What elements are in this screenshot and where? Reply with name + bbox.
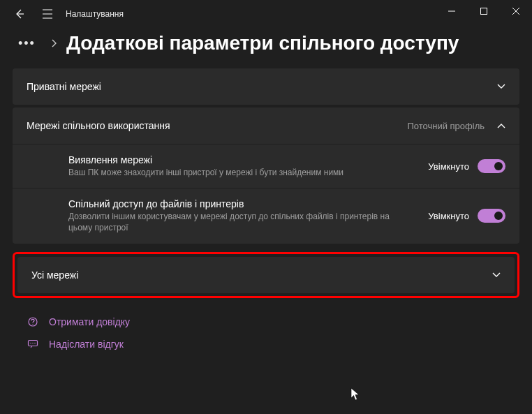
toggle-state-label: Увімкнуто	[428, 211, 469, 221]
file-printer-sharing-toggle[interactable]	[478, 209, 505, 223]
breadcrumb-overflow-button[interactable]: •••	[13, 34, 41, 54]
chevron-right-icon	[51, 39, 57, 47]
toggle-state-label: Увімкнуто	[428, 161, 469, 172]
current-profile-badge: Поточний профіль	[407, 121, 485, 131]
setting-title: Спільний доступ до файлів і принтерів	[68, 198, 414, 209]
cursor-icon	[350, 387, 360, 401]
all-networks-panel[interactable]: Усі мережі	[17, 257, 515, 293]
network-discovery-row: Виявлення мережі Ваш ПК може знаходити і…	[13, 144, 519, 188]
link-label: Надіслати відгук	[49, 339, 124, 350]
private-networks-panel[interactable]: Приватні мережі	[13, 68, 519, 105]
svg-rect-0	[481, 8, 487, 15]
panel-title: Усі мережі	[31, 269, 78, 281]
breadcrumb: ••• Додаткові параметри спільного доступ…	[0, 28, 532, 68]
panel-title: Приватні мережі	[27, 81, 101, 92]
shared-networks-panel-header[interactable]: Мережі спільного використання Поточний п…	[13, 108, 519, 144]
network-discovery-toggle[interactable]	[478, 159, 505, 173]
page-title: Додаткові параметри спільного доступу	[66, 32, 459, 54]
svg-point-5	[32, 342, 33, 343]
get-help-link[interactable]: Отримати довідку	[27, 316, 505, 327]
svg-point-6	[34, 342, 35, 343]
content: Приватні мережі Мережі спільного викорис…	[0, 68, 532, 350]
setting-description: Ваш ПК може знаходити інші пристрої у ме…	[68, 167, 414, 178]
help-icon	[27, 316, 39, 327]
chevron-down-icon	[492, 272, 501, 278]
all-networks-highlight: Усі мережі	[13, 252, 519, 298]
hamburger-menu-button[interactable]	[34, 0, 61, 28]
window-controls	[436, 0, 532, 22]
svg-point-4	[30, 342, 31, 343]
panel-title: Мережі спільного використання	[27, 120, 170, 131]
minimize-button[interactable]	[436, 0, 468, 22]
close-button[interactable]	[500, 0, 532, 22]
back-button[interactable]	[6, 0, 34, 28]
setting-title: Виявлення мережі	[68, 154, 414, 165]
footer-links: Отримати довідку Надіслати відгук	[13, 298, 519, 350]
maximize-button[interactable]	[468, 0, 500, 22]
setting-description: Дозволити іншим користувачам у мережі до…	[68, 211, 414, 233]
file-printer-sharing-row: Спільний доступ до файлів і принтерів До…	[13, 188, 519, 243]
app-title: Налаштування	[66, 9, 124, 19]
chevron-up-icon	[497, 123, 505, 128]
send-feedback-link[interactable]: Надіслати відгук	[27, 339, 505, 350]
svg-point-2	[32, 323, 33, 324]
chevron-down-icon	[497, 84, 505, 89]
feedback-icon	[27, 339, 39, 350]
link-label: Отримати довідку	[49, 316, 130, 327]
